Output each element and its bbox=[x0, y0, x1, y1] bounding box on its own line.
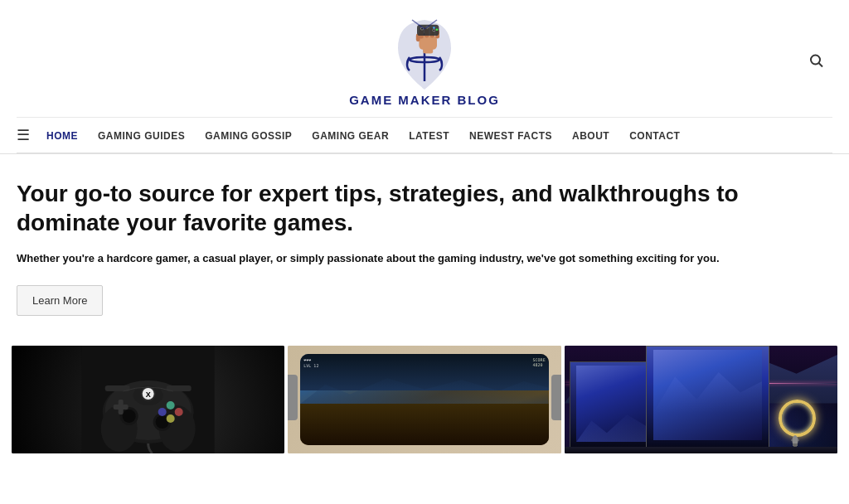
image-card-xbox: X bbox=[12, 346, 284, 453]
learn-more-button[interactable]: Learn More bbox=[17, 285, 103, 316]
left-grip bbox=[288, 375, 298, 420]
phone-frame: ❤❤❤LVL 12 SCORE4820 bbox=[300, 354, 548, 445]
hero-subtext: Whether you're a hardcore gamer, a casua… bbox=[17, 250, 813, 267]
site-title: GAME MAKER BLOG bbox=[349, 93, 500, 107]
nav-links: HOME GAMING GUIDES GAMING GOSSIP GAMING … bbox=[46, 128, 680, 143]
nav-item-contact[interactable]: CONTACT bbox=[629, 128, 680, 143]
header-top: GAME MAKER BLOG bbox=[17, 8, 832, 117]
svg-text:X: X bbox=[146, 390, 151, 399]
search-button[interactable] bbox=[809, 53, 824, 72]
monitor-right-screen bbox=[653, 350, 763, 440]
hero-section: Your go-to source for expert tips, strat… bbox=[0, 154, 849, 332]
nav-item-gaming-gear[interactable]: GAMING GEAR bbox=[312, 128, 389, 143]
nav-link-gaming-guides[interactable]: GAMING GUIDES bbox=[98, 130, 185, 142]
game-screen: ❤❤❤LVL 12 SCORE4820 bbox=[300, 354, 548, 445]
nav-link-newest-facts[interactable]: NEWEST FACTS bbox=[469, 130, 552, 142]
xbox-controller-svg: X bbox=[12, 346, 284, 453]
hud-right: SCORE4820 bbox=[533, 357, 546, 367]
nav-item-latest[interactable]: LATEST bbox=[409, 128, 449, 143]
hero-headline: Your go-to source for expert tips, strat… bbox=[17, 179, 813, 237]
nav-separator bbox=[17, 153, 832, 153]
svg-point-40 bbox=[167, 414, 175, 423]
svg-line-21 bbox=[819, 63, 823, 67]
svg-point-37 bbox=[167, 401, 175, 410]
logo-icon bbox=[391, 17, 458, 91]
xbox-image: X bbox=[12, 346, 284, 453]
hud-left: ❤❤❤LVL 12 bbox=[303, 357, 318, 370]
navbar: ☰ HOME GAMING GUIDES GAMING GOSSIP GAMIN… bbox=[17, 118, 832, 153]
svg-point-17 bbox=[433, 29, 434, 31]
svg-rect-44 bbox=[793, 443, 798, 446]
logo-container: GAME MAKER BLOG bbox=[349, 17, 500, 112]
mobile-image: ❤❤❤LVL 12 SCORE4820 bbox=[288, 346, 560, 453]
nav-link-contact[interactable]: CONTACT bbox=[629, 130, 680, 142]
monitor-right bbox=[646, 346, 769, 453]
svg-rect-36 bbox=[114, 405, 129, 410]
hamburger-menu[interactable]: ☰ bbox=[17, 126, 30, 144]
svg-point-11 bbox=[433, 27, 434, 28]
nav-link-gaming-gear[interactable]: GAMING GEAR bbox=[312, 130, 389, 142]
svg-point-39 bbox=[158, 408, 167, 416]
image-grid: X bbox=[0, 346, 849, 453]
right-grip bbox=[551, 375, 561, 420]
site-header: GAME MAKER BLOG ☰ HOME GAMING GUIDES GAM… bbox=[0, 0, 849, 154]
svg-point-20 bbox=[811, 55, 820, 64]
nav-item-gaming-gossip[interactable]: GAMING GOSSIP bbox=[205, 128, 292, 143]
nav-item-newest-facts[interactable]: NEWEST FACTS bbox=[469, 128, 552, 143]
svg-point-12 bbox=[436, 29, 438, 31]
ring-light bbox=[779, 400, 816, 437]
setup-image bbox=[565, 346, 837, 453]
nav-link-latest[interactable]: LATEST bbox=[409, 130, 449, 142]
sky bbox=[300, 354, 548, 390]
image-card-setup bbox=[565, 346, 837, 453]
ground bbox=[300, 404, 548, 445]
nav-item-gaming-guides[interactable]: GAMING GUIDES bbox=[98, 128, 185, 143]
search-icon bbox=[809, 53, 824, 68]
svg-point-38 bbox=[175, 408, 183, 416]
nav-link-gaming-gossip[interactable]: GAMING GOSSIP bbox=[205, 130, 292, 142]
desk-surface bbox=[565, 447, 837, 453]
nav-item-about[interactable]: ABOUT bbox=[572, 128, 609, 143]
nav-item-home[interactable]: HOME bbox=[46, 128, 78, 143]
svg-point-32 bbox=[123, 410, 136, 423]
image-card-mobile: ❤❤❤LVL 12 SCORE4820 bbox=[288, 346, 560, 453]
nav-link-home[interactable]: HOME bbox=[46, 130, 78, 142]
nav-link-about[interactable]: ABOUT bbox=[572, 130, 609, 142]
monitor-right-mountain bbox=[653, 368, 763, 413]
